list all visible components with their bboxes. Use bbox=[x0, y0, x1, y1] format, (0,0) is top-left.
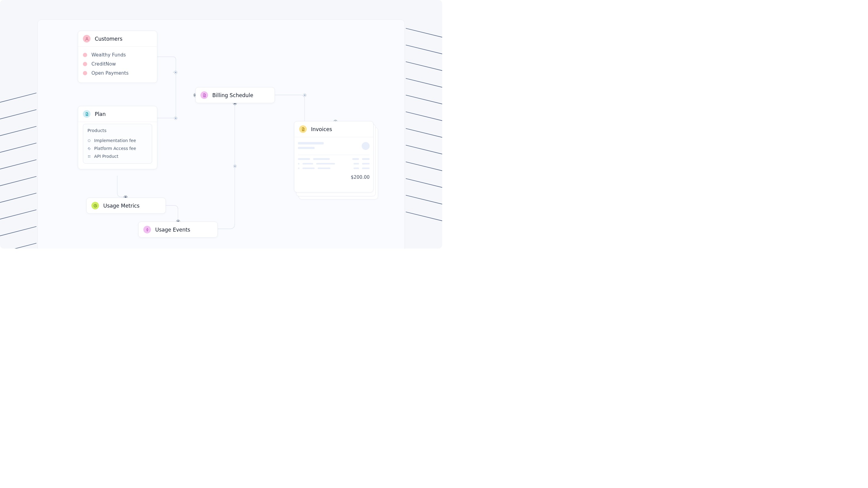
plan-doc-icon bbox=[83, 110, 91, 118]
invoice-skeleton: $200.00 bbox=[298, 138, 370, 180]
billing-schedule-card: Billing Schedule bbox=[195, 87, 275, 103]
events-icon bbox=[143, 226, 151, 233]
customers-title: Customers bbox=[95, 36, 122, 42]
connector-dot bbox=[303, 94, 306, 97]
svg-point-25 bbox=[88, 155, 89, 156]
customer-row: CreditNow bbox=[83, 60, 152, 69]
metrics-icon bbox=[91, 202, 99, 209]
plan-card: Plan Products Implementation fee Platfor… bbox=[78, 106, 157, 169]
product-row: API Product bbox=[88, 152, 148, 160]
connector-dot bbox=[174, 117, 177, 120]
diagram-frame: Customers Wealthy Funds CreditNow Open P… bbox=[0, 0, 442, 249]
products-label: Products bbox=[88, 128, 148, 133]
usage-metrics-title: Usage Metrics bbox=[103, 203, 140, 209]
dot-icon bbox=[83, 62, 87, 66]
product-row: Platform Access fee bbox=[88, 144, 148, 152]
inner-panel: Customers Wealthy Funds CreditNow Open P… bbox=[37, 20, 405, 249]
svg-point-24 bbox=[88, 148, 89, 148]
billing-doc-icon bbox=[200, 91, 208, 99]
invoice-doc-icon bbox=[299, 125, 307, 133]
product-row: Implementation fee bbox=[88, 137, 148, 144]
svg-point-26 bbox=[89, 155, 90, 156]
grid-icon bbox=[88, 155, 91, 158]
customer-row: Wealthy Funds bbox=[83, 51, 152, 60]
connector-dot bbox=[174, 71, 177, 74]
invoice-total: $200.00 bbox=[298, 174, 370, 180]
usage-events-title: Usage Events bbox=[155, 227, 190, 233]
svg-point-22 bbox=[86, 37, 88, 39]
circle-icon bbox=[88, 139, 91, 142]
svg-point-28 bbox=[89, 157, 90, 158]
products-panel: Products Implementation fee Platform Acc… bbox=[83, 124, 152, 164]
tag-icon bbox=[88, 147, 91, 150]
customer-row: Open Payments bbox=[83, 69, 152, 78]
svg-point-23 bbox=[88, 139, 90, 141]
connector-dot bbox=[233, 164, 237, 168]
user-icon bbox=[83, 35, 91, 42]
billing-title: Billing Schedule bbox=[212, 92, 253, 98]
dot-icon bbox=[83, 71, 87, 75]
svg-point-27 bbox=[88, 157, 89, 158]
invoices-title: Invoices bbox=[311, 126, 332, 132]
dot-icon bbox=[83, 53, 87, 57]
customers-card: Customers Wealthy Funds CreditNow Open P… bbox=[78, 31, 157, 83]
plan-title: Plan bbox=[95, 111, 106, 117]
invoices-card: Invoices $200.00 bbox=[294, 121, 374, 192]
usage-metrics-card: Usage Metrics bbox=[86, 198, 166, 214]
usage-events-card: Usage Events bbox=[138, 222, 218, 238]
